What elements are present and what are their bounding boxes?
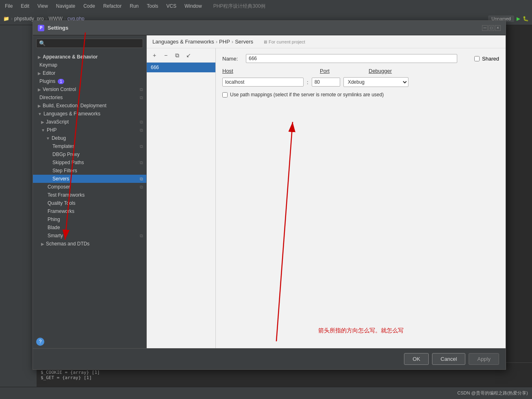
arrow-icon: ▶ — [38, 71, 41, 76]
sidebar-item-smarty[interactable]: Smarty ⧉ — [33, 232, 146, 240]
sidebar-item-label: Templates — [52, 143, 75, 149]
sidebar-item-label: Directories — [39, 95, 63, 100]
dialog-title-area: P Settings — [38, 25, 68, 31]
sidebar-item-dbgp[interactable]: DBGp Proxy — [33, 150, 146, 158]
run-btn[interactable]: ▶ — [517, 16, 520, 22]
shared-checkbox[interactable] — [474, 56, 480, 61]
menu-window[interactable]: Window — [183, 2, 204, 10]
arrow-icon: ▶ — [41, 242, 44, 246]
import-server-button[interactable]: ↙ — [184, 51, 193, 60]
remove-server-button[interactable]: − — [161, 51, 170, 60]
sidebar-item-build[interactable]: ▶ Build, Execution, Deployment — [33, 102, 146, 110]
maximize-button[interactable]: □ — [489, 25, 494, 31]
menu-code[interactable]: Code — [82, 2, 97, 10]
debugger-label: Debugger — [369, 68, 392, 74]
sidebar-item-quality-tools[interactable]: Quality Tools — [33, 199, 146, 207]
arrow-icon: ▼ — [41, 128, 45, 132]
menu-view[interactable]: View — [36, 2, 50, 10]
ps-logo-icon: P — [38, 25, 44, 31]
sidebar-item-step-filters[interactable]: Step Filters — [33, 167, 146, 175]
server-item-666[interactable]: 666 — [147, 63, 215, 72]
sidebar-item-test-frameworks[interactable]: Test Frameworks — [33, 191, 146, 199]
sidebar-item-blade[interactable]: Blade — [33, 223, 146, 232]
cancel-button[interactable]: Cancel — [432, 353, 465, 365]
sidebar-item-appearance[interactable]: ▶ Appearance & Behavior — [33, 53, 146, 61]
close-button[interactable]: × — [495, 25, 501, 31]
sidebar-item-frameworks[interactable]: Frameworks — [33, 207, 146, 215]
arrow-icon: ▼ — [38, 112, 42, 116]
sidebar-item-directories[interactable]: Directories ⧉ — [33, 93, 146, 102]
copy-icon: ⧉ — [140, 128, 143, 133]
minimize-button[interactable]: ─ — [482, 25, 488, 31]
for-current-project-label: 🖥 For current project — [263, 39, 305, 44]
copy-icon: ⧉ — [140, 160, 143, 165]
dialog-titlebar: P Settings ─ □ × — [33, 21, 506, 35]
debugger-select[interactable]: Xdebug Zend Debugger — [343, 77, 408, 87]
nav-panel: 🔍 ▶ Appearance & Behavior Keymap ▶ Edito… — [33, 35, 147, 348]
sidebar-item-skipped-paths[interactable]: Skipped Paths ⧉ — [33, 158, 146, 167]
apply-button[interactable]: Apply — [469, 353, 499, 365]
nav-tree: ▶ Appearance & Behavior Keymap ▶ Editor … — [33, 51, 146, 335]
sidebar-item-label: Version Control — [43, 87, 76, 92]
breadcrumb-d: 📁 — [3, 16, 9, 22]
host-input[interactable] — [222, 78, 304, 87]
arrow-icon: ▶ — [38, 87, 41, 92]
copy-icon: ⧉ — [140, 233, 143, 239]
dialog-body: 🔍 ▶ Appearance & Behavior Keymap ▶ Edito… — [33, 35, 506, 348]
code-line-1: $_COOKIE = {array} [1] — [41, 370, 528, 375]
sidebar-item-php[interactable]: ▼ PHP ⧉ — [33, 126, 146, 134]
sidebar-item-plugins[interactable]: Plugins 1 — [33, 77, 146, 85]
search-box: 🔍 — [36, 39, 143, 48]
sidebar-item-label: Composer — [48, 184, 70, 190]
sidebar-item-phing[interactable]: Phing — [33, 215, 146, 223]
sidebar-item-label: Phing — [48, 217, 60, 222]
copy-server-button[interactable]: ⧉ — [173, 51, 182, 60]
ide-left-panel — [0, 25, 37, 387]
help-button[interactable]: ? — [36, 338, 44, 346]
sidebar-item-debug[interactable]: ▼ Debug — [33, 134, 146, 142]
sidebar-item-editor[interactable]: ▶ Editor — [33, 69, 146, 77]
sidebar-item-schemas[interactable]: ▶ Schemas and DTDs — [33, 240, 146, 248]
host-section: Host Port Debugger : Xdebug Zend Debugge… — [222, 68, 499, 87]
menu-navigate[interactable]: Navigate — [54, 2, 77, 10]
dialog-title: Settings — [48, 25, 68, 31]
code-line-2: $_GET = {array} [1] — [41, 375, 528, 380]
copy-icon: ⧉ — [140, 95, 143, 100]
menu-bar: File Edit View Navigate Code Refactor Ru… — [0, 0, 532, 12]
separator-icon-2: › — [232, 39, 233, 45]
sidebar-item-composer[interactable]: Composer ⧉ — [33, 183, 146, 191]
debug-btn[interactable]: 🐛 — [523, 16, 529, 22]
shared-label: Shared — [482, 56, 499, 62]
sidebar-item-templates[interactable]: Templates ⧉ — [33, 142, 146, 150]
copy-icon: ⧉ — [140, 184, 143, 190]
server-content-area: + − ⧉ ↙ 666 Name: — [147, 48, 506, 348]
menu-refactor[interactable]: Refactor — [102, 2, 123, 10]
server-list-toolbar: + − ⧉ ↙ — [147, 48, 215, 63]
search-icon: 🔍 — [39, 40, 46, 46]
name-input[interactable] — [246, 54, 457, 63]
sidebar-item-label: Test Frameworks — [48, 192, 85, 198]
port-input[interactable] — [312, 78, 340, 87]
path-mappings-checkbox[interactable] — [222, 92, 228, 98]
search-input[interactable] — [47, 41, 140, 46]
sidebar-item-label: PHP — [47, 127, 57, 133]
project-name: PHP程序设计经典300例 — [212, 2, 267, 11]
sidebar-item-label: Frameworks — [48, 208, 74, 214]
path-mappings-label: Use path mappings (select if the server … — [230, 92, 384, 98]
menu-file[interactable]: File — [3, 2, 14, 10]
menu-run[interactable]: Run — [128, 2, 140, 10]
content-breadcrumb: Languages & Frameworks › PHP › Servers 🖥… — [147, 35, 506, 48]
sidebar-item-servers[interactable]: Servers ⧉ — [33, 175, 146, 183]
menu-tools[interactable]: Tools — [145, 2, 160, 10]
ok-button[interactable]: OK — [404, 353, 429, 365]
sidebar-item-javascript[interactable]: ▶ JavaScript ⧉ — [33, 118, 146, 126]
menu-vcs[interactable]: VCS — [165, 2, 178, 10]
sidebar-item-version-control[interactable]: ▶ Version Control ⧉ — [33, 85, 146, 93]
arrow-icon: ▶ — [38, 55, 41, 59]
add-server-button[interactable]: + — [150, 51, 159, 60]
menu-edit[interactable]: Edit — [19, 2, 31, 10]
status-bar: CSDN @贵哥的编程之路(热爱分享) — [0, 387, 532, 399]
window-controls: ─ □ × — [482, 25, 501, 31]
sidebar-item-keymap[interactable]: Keymap — [33, 61, 146, 69]
sidebar-item-languages[interactable]: ▼ Languages & Frameworks — [33, 110, 146, 118]
